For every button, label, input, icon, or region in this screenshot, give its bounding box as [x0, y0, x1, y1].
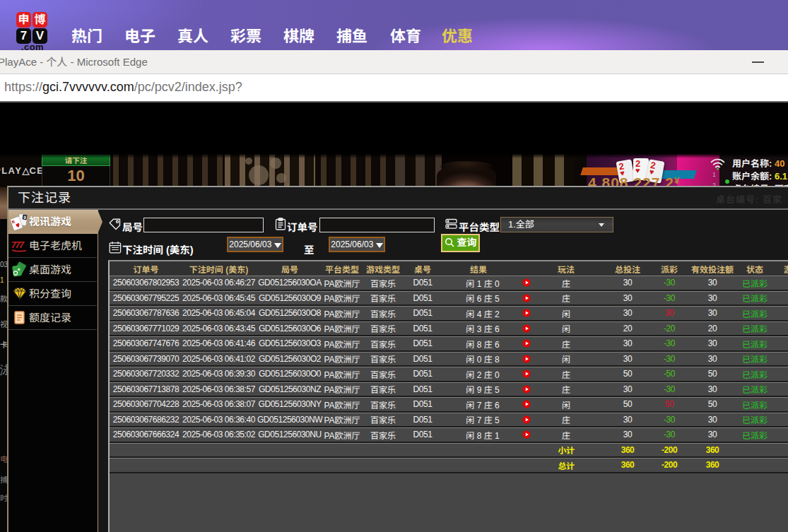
svg-text:777: 777 [11, 240, 25, 250]
